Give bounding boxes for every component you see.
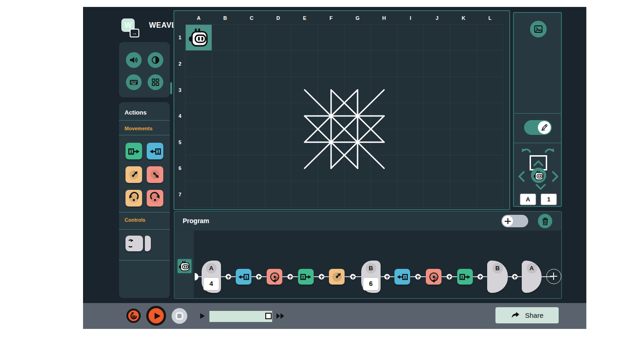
turn-right-icon xyxy=(428,271,440,283)
speed-slow-icon[interactable] xyxy=(199,313,206,319)
loop-iterations-input[interactable]: 4 xyxy=(203,277,220,291)
add-step-connector[interactable] xyxy=(384,274,390,279)
speed-slider-track[interactable] xyxy=(209,311,272,322)
keyboard-icon xyxy=(129,78,138,87)
program-block-loop-end-B[interactable]: B xyxy=(487,261,508,293)
add-step-connector[interactable] xyxy=(512,274,518,279)
palette-block-turn-right-45[interactable] xyxy=(147,166,163,183)
grid-column-label: G xyxy=(356,15,360,21)
theme-picker-button[interactable] xyxy=(148,74,163,90)
scene-background-button[interactable] xyxy=(530,21,547,37)
grid-row-label: 6 xyxy=(179,165,181,171)
program-body: A 4 xyxy=(174,231,561,298)
refresh-button[interactable] xyxy=(126,309,141,323)
forward-1-icon xyxy=(459,271,471,283)
palette-block-turn-left-45[interactable] xyxy=(125,166,142,183)
grid-row-label: 1 xyxy=(179,35,181,40)
program-block-backward-1[interactable] xyxy=(394,269,410,285)
pen-icon xyxy=(540,123,549,132)
loop-icon xyxy=(129,238,140,249)
audio-feedback-button[interactable] xyxy=(126,52,142,68)
program-start-caret[interactable] xyxy=(195,273,198,280)
grid-column-label: A xyxy=(197,15,201,21)
program-block-turn-left[interactable] xyxy=(329,269,345,285)
delete-all-button[interactable] xyxy=(538,214,552,228)
add-step-connector[interactable] xyxy=(350,274,356,279)
stop-button[interactable] xyxy=(172,308,187,324)
grid-row-label: 4 xyxy=(179,113,182,119)
program-block-forward-1[interactable] xyxy=(457,269,473,285)
loop-end-piece xyxy=(145,236,151,251)
pen-toggle-knob xyxy=(538,121,551,134)
add-step-connector[interactable] xyxy=(447,274,452,279)
grid-column-label: B xyxy=(223,15,227,21)
loop-label: B xyxy=(492,263,503,273)
add-step-connector[interactable] xyxy=(287,274,293,279)
move-right-button[interactable] xyxy=(552,170,559,182)
add-step-connector[interactable] xyxy=(319,274,324,279)
share-button[interactable]: Share xyxy=(495,307,559,323)
turn-left-45-icon xyxy=(127,168,140,181)
palette-block-turn-left-90[interactable] xyxy=(125,190,142,206)
panel-resize-handle[interactable] xyxy=(170,82,172,94)
move-down-button[interactable] xyxy=(531,183,546,191)
grid-row-label: 5 xyxy=(179,140,181,145)
play-button[interactable] xyxy=(146,306,166,326)
weavly-logo-arrow-icon: → xyxy=(130,29,139,37)
high-contrast-button[interactable] xyxy=(148,52,163,68)
loop-iterations-input[interactable]: 6 xyxy=(363,277,379,291)
character-panel: A 1 xyxy=(513,12,562,207)
robot-icon xyxy=(533,170,544,181)
share-label: Share xyxy=(525,311,543,319)
program-block-loop-start-B[interactable]: B 6 xyxy=(361,261,381,293)
pen-toggle[interactable] xyxy=(524,120,552,135)
turn-left-90-icon xyxy=(127,192,140,205)
divider xyxy=(119,135,170,135)
grid-column-label: F xyxy=(329,15,333,21)
redo-curve-icon xyxy=(543,146,555,155)
position-row-input[interactable]: 1 xyxy=(541,194,557,205)
add-step-connector[interactable] xyxy=(415,274,421,279)
robot-icon xyxy=(179,261,191,272)
program-character-button[interactable] xyxy=(177,258,192,274)
grid-row-label: 2 xyxy=(179,61,181,67)
palette-block-loop[interactable] xyxy=(125,236,143,251)
position-column-input[interactable]: A xyxy=(520,194,536,205)
character-column xyxy=(174,231,194,298)
share-icon xyxy=(511,311,520,319)
scene-panel[interactable]: ABCDEFGHIJKL1234567 xyxy=(173,10,510,210)
add-node-toggle[interactable] xyxy=(501,215,528,227)
program-block-turn-right[interactable] xyxy=(267,269,282,285)
turn-left-button[interactable] xyxy=(520,146,532,155)
speed-fast-icon[interactable] xyxy=(275,313,286,319)
add-step-connector[interactable] xyxy=(256,274,262,279)
add-step-connector[interactable] xyxy=(226,274,231,279)
chevron-left-icon xyxy=(518,170,525,182)
program-block-backward-1[interactable] xyxy=(236,269,251,285)
program-block-loop-end-A[interactable]: A xyxy=(522,261,542,293)
palette-block-backward-1[interactable] xyxy=(147,143,163,159)
divider xyxy=(119,212,170,212)
keyboard-shortcuts-button[interactable] xyxy=(126,74,142,90)
program-block-turn-right[interactable] xyxy=(426,269,441,285)
move-left-button[interactable] xyxy=(518,170,525,182)
character-avatar xyxy=(531,168,546,183)
turn-right-button[interactable] xyxy=(543,146,555,155)
speed-slider-thumb[interactable] xyxy=(265,313,272,319)
program-block-forward-1[interactable] xyxy=(298,269,314,285)
refresh-icon xyxy=(129,311,138,321)
scene-grid[interactable]: ABCDEFGHIJKL1234567 xyxy=(174,11,509,209)
palette-block-forward-1[interactable] xyxy=(125,143,142,159)
divider xyxy=(514,143,561,143)
add-block-button[interactable] xyxy=(546,269,561,284)
add-step-connector[interactable] xyxy=(477,274,483,279)
weavly-page: W → WEAVLY Actions Movements xyxy=(0,0,644,340)
palette-block-turn-right-90[interactable] xyxy=(147,190,163,206)
program-block-loop-start-A[interactable]: A 4 xyxy=(202,261,221,293)
turn-right-90-icon xyxy=(149,192,161,205)
grid-column-label: K xyxy=(462,15,465,21)
forward-1-icon xyxy=(128,145,140,158)
undo-curve-icon xyxy=(520,146,532,155)
plus-icon xyxy=(502,216,513,226)
backward-1-icon xyxy=(149,145,161,158)
